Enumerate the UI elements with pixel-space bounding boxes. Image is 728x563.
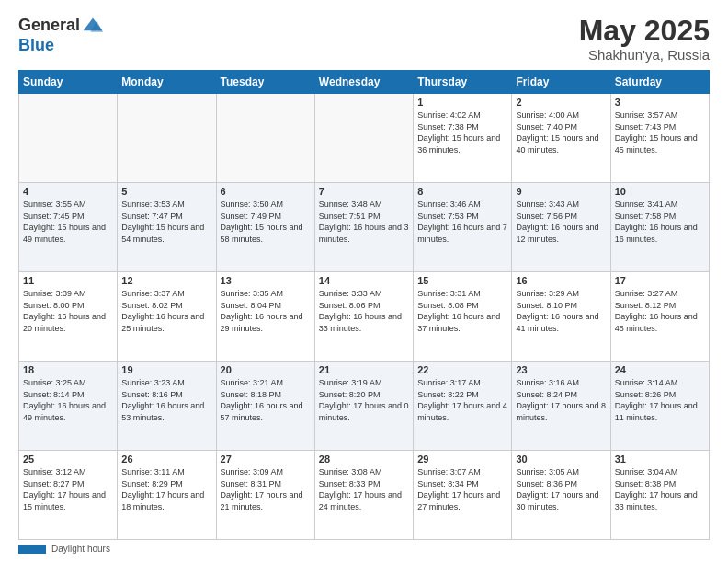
logo: General Blue — [18, 15, 104, 55]
day-number: 28 — [319, 454, 409, 465]
calendar-cell: 9Sunrise: 3:43 AM Sunset: 7:56 PM Daylig… — [512, 183, 610, 272]
day-number: 25 — [23, 454, 113, 465]
day-number: 2 — [516, 97, 606, 108]
day-number: 17 — [615, 275, 705, 286]
day-info: Sunrise: 3:37 AM Sunset: 8:02 PM Dayligh… — [121, 288, 211, 334]
calendar-cell: 23Sunrise: 3:16 AM Sunset: 8:24 PM Dayli… — [512, 362, 610, 451]
calendar-cell: 26Sunrise: 3:11 AM Sunset: 8:29 PM Dayli… — [118, 451, 216, 540]
day-number: 22 — [417, 364, 507, 375]
calendar-header-tuesday: Tuesday — [216, 71, 314, 94]
logo-general: General — [18, 17, 80, 35]
day-info: Sunrise: 3:25 AM Sunset: 8:14 PM Dayligh… — [23, 377, 113, 423]
calendar-cell: 5Sunrise: 3:53 AM Sunset: 7:47 PM Daylig… — [118, 183, 216, 272]
day-info: Sunrise: 3:50 AM Sunset: 7:49 PM Dayligh… — [221, 199, 311, 245]
calendar-week-row: 1Sunrise: 4:02 AM Sunset: 7:38 PM Daylig… — [19, 94, 710, 183]
day-number: 16 — [516, 275, 606, 286]
day-number: 9 — [516, 186, 606, 197]
calendar-cell: 28Sunrise: 3:08 AM Sunset: 8:33 PM Dayli… — [314, 451, 413, 540]
calendar-cell: 4Sunrise: 3:55 AM Sunset: 7:45 PM Daylig… — [19, 183, 118, 272]
calendar-cell: 2Sunrise: 4:00 AM Sunset: 7:40 PM Daylig… — [512, 94, 610, 183]
footer-label: Daylight hours — [51, 544, 110, 554]
calendar-table: SundayMondayTuesdayWednesdayThursdayFrid… — [18, 70, 710, 540]
day-info: Sunrise: 3:19 AM Sunset: 8:20 PM Dayligh… — [319, 377, 409, 423]
calendar-cell: 11Sunrise: 3:39 AM Sunset: 8:00 PM Dayli… — [19, 272, 118, 362]
day-info: Sunrise: 3:46 AM Sunset: 7:53 PM Dayligh… — [417, 199, 507, 245]
header: General Blue May 2025 Shakhun'ya, Russia — [18, 15, 710, 63]
page: General Blue May 2025 Shakhun'ya, Russia… — [0, 0, 728, 563]
calendar-cell: 15Sunrise: 3:31 AM Sunset: 8:08 PM Dayli… — [414, 272, 512, 362]
day-info: Sunrise: 4:00 AM Sunset: 7:40 PM Dayligh… — [516, 109, 606, 155]
day-number: 8 — [417, 186, 507, 197]
calendar-header-saturday: Saturday — [610, 71, 709, 94]
calendar-cell — [314, 94, 413, 183]
day-number: 10 — [615, 186, 705, 197]
title-location: Shakhun'ya, Russia — [579, 47, 710, 63]
day-info: Sunrise: 3:12 AM Sunset: 8:27 PM Dayligh… — [23, 466, 113, 512]
day-info: Sunrise: 3:48 AM Sunset: 7:51 PM Dayligh… — [319, 199, 409, 245]
day-info: Sunrise: 3:09 AM Sunset: 8:31 PM Dayligh… — [221, 466, 311, 512]
calendar-header-sunday: Sunday — [19, 71, 118, 94]
day-number: 4 — [23, 186, 113, 197]
calendar-cell — [118, 94, 216, 183]
day-info: Sunrise: 3:43 AM Sunset: 7:56 PM Dayligh… — [516, 199, 606, 245]
day-number: 24 — [615, 364, 705, 375]
title-month: May 2025 — [579, 15, 710, 47]
footer: Daylight hours — [18, 544, 710, 554]
calendar-cell: 25Sunrise: 3:12 AM Sunset: 8:27 PM Dayli… — [19, 451, 118, 540]
day-info: Sunrise: 3:11 AM Sunset: 8:29 PM Dayligh… — [121, 466, 211, 512]
calendar-cell: 27Sunrise: 3:09 AM Sunset: 8:31 PM Dayli… — [216, 451, 314, 540]
day-info: Sunrise: 3:04 AM Sunset: 8:38 PM Dayligh… — [615, 466, 705, 512]
calendar-cell: 31Sunrise: 3:04 AM Sunset: 8:38 PM Dayli… — [610, 451, 709, 540]
calendar-cell: 19Sunrise: 3:23 AM Sunset: 8:16 PM Dayli… — [118, 362, 216, 451]
calendar-week-row: 4Sunrise: 3:55 AM Sunset: 7:45 PM Daylig… — [19, 183, 710, 272]
day-info: Sunrise: 3:53 AM Sunset: 7:47 PM Dayligh… — [121, 199, 211, 245]
calendar-header-wednesday: Wednesday — [314, 71, 413, 94]
calendar-cell: 7Sunrise: 3:48 AM Sunset: 7:51 PM Daylig… — [314, 183, 413, 272]
title-block: May 2025 Shakhun'ya, Russia — [579, 15, 710, 63]
calendar-cell: 10Sunrise: 3:41 AM Sunset: 7:58 PM Dayli… — [610, 183, 709, 272]
calendar-cell: 29Sunrise: 3:07 AM Sunset: 8:34 PM Dayli… — [414, 451, 512, 540]
day-number: 31 — [615, 454, 705, 465]
day-number: 1 — [417, 97, 507, 108]
calendar-week-row: 11Sunrise: 3:39 AM Sunset: 8:00 PM Dayli… — [19, 272, 710, 362]
day-number: 6 — [221, 186, 311, 197]
day-number: 18 — [23, 364, 113, 375]
day-number: 21 — [319, 364, 409, 375]
day-number: 14 — [319, 275, 409, 286]
day-info: Sunrise: 3:17 AM Sunset: 8:22 PM Dayligh… — [417, 377, 507, 423]
day-info: Sunrise: 3:27 AM Sunset: 8:12 PM Dayligh… — [615, 288, 705, 334]
day-number: 15 — [417, 275, 507, 286]
calendar-week-row: 18Sunrise: 3:25 AM Sunset: 8:14 PM Dayli… — [19, 362, 710, 451]
day-number: 13 — [221, 275, 311, 286]
calendar-cell: 6Sunrise: 3:50 AM Sunset: 7:49 PM Daylig… — [216, 183, 314, 272]
calendar-header-row: SundayMondayTuesdayWednesdayThursdayFrid… — [19, 71, 710, 94]
day-info: Sunrise: 3:14 AM Sunset: 8:26 PM Dayligh… — [615, 377, 705, 423]
day-number: 5 — [121, 186, 211, 197]
day-number: 3 — [615, 97, 705, 108]
day-info: Sunrise: 3:07 AM Sunset: 8:34 PM Dayligh… — [417, 466, 507, 512]
day-info: Sunrise: 3:05 AM Sunset: 8:36 PM Dayligh… — [516, 466, 606, 512]
calendar-cell: 1Sunrise: 4:02 AM Sunset: 7:38 PM Daylig… — [414, 94, 512, 183]
calendar-header-monday: Monday — [118, 71, 216, 94]
calendar-cell: 20Sunrise: 3:21 AM Sunset: 8:18 PM Dayli… — [216, 362, 314, 451]
calendar-header-friday: Friday — [512, 71, 610, 94]
day-number: 30 — [516, 454, 606, 465]
calendar-header-thursday: Thursday — [414, 71, 512, 94]
day-number: 23 — [516, 364, 606, 375]
calendar-cell — [19, 94, 118, 183]
calendar-cell: 30Sunrise: 3:05 AM Sunset: 8:36 PM Dayli… — [512, 451, 610, 540]
day-number: 7 — [319, 186, 409, 197]
calendar-cell: 13Sunrise: 3:35 AM Sunset: 8:04 PM Dayli… — [216, 272, 314, 362]
day-number: 11 — [23, 275, 113, 286]
calendar-cell: 21Sunrise: 3:19 AM Sunset: 8:20 PM Dayli… — [314, 362, 413, 451]
logo-blue: Blue — [18, 37, 54, 55]
calendar-week-row: 25Sunrise: 3:12 AM Sunset: 8:27 PM Dayli… — [19, 451, 710, 540]
day-info: Sunrise: 3:16 AM Sunset: 8:24 PM Dayligh… — [516, 377, 606, 423]
day-info: Sunrise: 3:21 AM Sunset: 8:18 PM Dayligh… — [221, 377, 311, 423]
logo-icon — [82, 15, 104, 37]
day-info: Sunrise: 3:29 AM Sunset: 8:10 PM Dayligh… — [516, 288, 606, 334]
calendar-cell: 18Sunrise: 3:25 AM Sunset: 8:14 PM Dayli… — [19, 362, 118, 451]
calendar-cell — [216, 94, 314, 183]
day-number: 19 — [121, 364, 211, 375]
day-info: Sunrise: 3:57 AM Sunset: 7:43 PM Dayligh… — [615, 109, 705, 155]
